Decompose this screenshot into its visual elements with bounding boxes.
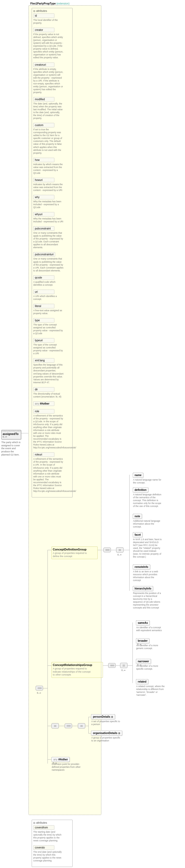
- type-title: Flex1PartyPropType (extension): [30, 2, 69, 5]
